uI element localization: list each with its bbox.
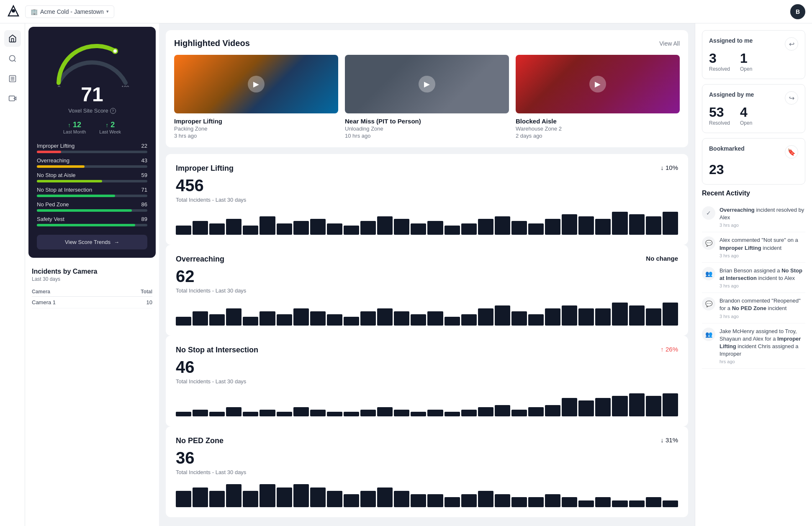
assigned-by-me-header: Assigned by me ↪ [709,91,798,105]
metric-header: No Stop at Intersection ↑ 26% [176,346,678,354]
bar [411,412,426,416]
metric-header: Overreaching No change [176,255,678,264]
bar [445,497,460,507]
bar [193,221,208,235]
gauge-svg: 0 100 [50,37,134,87]
bar [528,314,544,326]
bar [360,410,376,417]
bar [310,488,326,507]
bar [293,308,309,326]
bar [478,407,493,416]
bar [193,311,208,326]
svg-line-3 [14,60,15,62]
assigned-to-me-stats: 3 Resolved 1 Open [709,51,798,72]
bar [562,305,577,326]
activity-list: ✓ Overreaching incident resolved by Alex… [702,202,805,369]
bar [478,491,493,507]
bar [360,221,376,235]
incident-name: No Stop at Intersection [37,187,92,193]
bar [176,491,191,507]
bar [629,500,645,507]
bar [394,491,409,507]
view-trends-button[interactable]: View Score Trends → [37,235,147,249]
assigned-to-me-title: Assigned to me [709,37,753,44]
activity-text: Overreaching incident resolved by Alex [719,206,805,221]
incident-row: Improper Lifting 22 [37,143,147,153]
bar [209,412,225,416]
bookmarked-header: Bookmarked 🔖 [709,145,798,159]
metric-count: 36 [176,449,678,467]
video-card[interactable]: ▶ Near Miss (PIT to Person) Unloading Zo… [345,55,509,139]
forward-icon[interactable]: ↪ [785,91,798,105]
metric-count: 62 [176,267,678,286]
sidebar-item-home[interactable] [4,30,21,47]
list-item: ✓ Overreaching incident resolved by Alex… [702,202,805,232]
bar [394,410,409,417]
video-card[interactable]: ▶ Improper Lifting Packing Zone 3 hrs ag… [174,55,338,139]
incident-name: No Stop at Aisle [37,172,76,178]
svg-text:100: 100 [121,85,129,87]
bar [545,405,560,417]
bar [629,214,645,235]
activity-time: 3 hrs ago [719,314,805,319]
incident-count: 89 [141,216,147,222]
camera-table: Camera Total Camera 1 10 [32,287,152,308]
bar [344,494,359,507]
col-camera: Camera [32,287,113,297]
incident-row: Safety Vest 89 [37,216,147,226]
bar [344,226,359,235]
location-name: Acme Cold - Jamestown [40,8,104,15]
user-avatar[interactable]: B [790,4,805,19]
incident-name: Overreaching [37,157,69,164]
reply-icon[interactable]: ↩ [785,37,798,51]
list-item: 👥 Brian Benson assigned a No Stop at Int… [702,263,805,293]
bar [562,214,577,235]
activity-icon: 💬 [702,297,715,310]
metric-change: ↓ 10% [660,164,678,171]
bar [646,308,661,326]
bar [646,216,661,235]
bar [461,494,477,507]
metric-change: ↓ 31% [660,436,678,444]
bar [193,488,208,507]
incident-name: Improper Lifting [37,143,75,149]
assigned-by-me-open: 4 Open [740,105,752,126]
activity-time: hrs ago [719,359,805,364]
bookmark-icon[interactable]: 🔖 [785,145,798,159]
view-all-link[interactable]: View All [659,40,680,47]
sidebar-item-video[interactable] [4,90,21,107]
incident-bar-bg [37,195,147,197]
bar [344,317,359,326]
bar [495,405,510,417]
bar [663,212,678,235]
bar [478,219,493,235]
svg-point-2 [9,56,15,61]
bar [461,314,477,326]
metric-card: Overreaching No change 62 Total Incident… [166,245,688,336]
incident-bar-fill [37,165,85,168]
bar [461,410,477,417]
metric-title: Improper Lifting [176,164,234,173]
video-card[interactable]: ▶ Blocked Aisle Warehouse Zone 2 2 days … [516,55,680,139]
metric-title: Overreaching [176,255,224,264]
bar [411,223,426,235]
video-thumbnail: ▶ [174,55,338,113]
assigned-to-me-card: Assigned to me ↩ 3 Resolved 1 Open [702,30,805,79]
gauge-container: 0 100 71 Voxel Site Score ? [37,37,147,114]
week-val: ↑ 2 [99,121,121,129]
bar [260,410,275,417]
video-time: 10 hrs ago [345,133,509,139]
right-panel: Assigned to me ↩ 3 Resolved 1 Open [695,23,812,526]
list-item: 💬 Alex commented "Not sure" on a Imprope… [702,232,805,262]
incident-bar-bg [37,180,147,182]
bar [176,226,191,235]
sidebar-item-search[interactable] [4,50,21,67]
bar [293,484,309,507]
bar [578,216,594,235]
info-icon[interactable]: ? [110,108,116,114]
location-selector[interactable]: 🏢 Acme Cold - Jamestown ▾ [25,5,114,18]
activity-content: Alex commented "Not sure" on a Improper … [719,236,805,258]
sidebar-item-list[interactable] [4,70,21,87]
bar [394,311,409,326]
bar [226,484,242,507]
